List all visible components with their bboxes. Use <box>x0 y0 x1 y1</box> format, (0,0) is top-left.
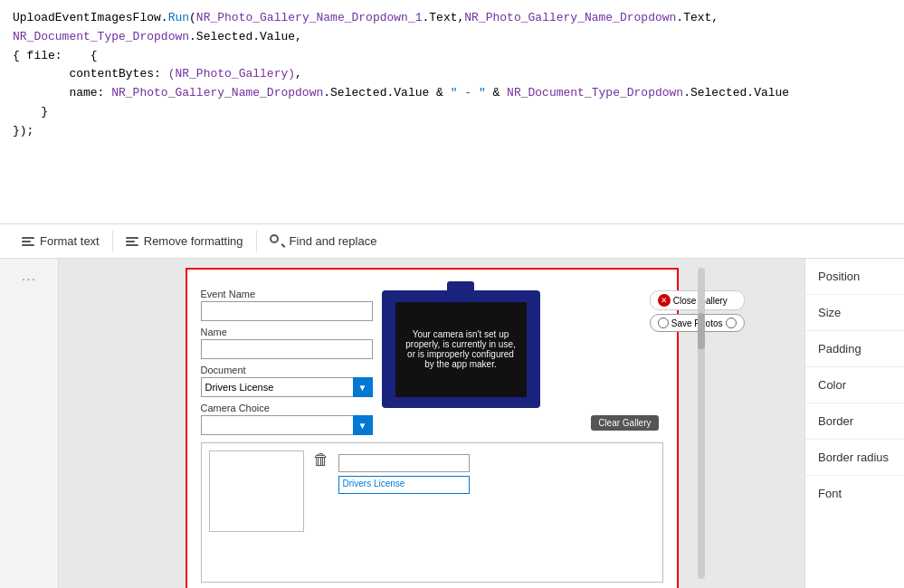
padding-label: Padding <box>818 342 861 356</box>
toolbar: Format text Remove formatting Find and r… <box>0 224 904 259</box>
gallery-text-input[interactable] <box>338 454 470 472</box>
camera-top-icon <box>447 281 474 294</box>
search-icon <box>270 234 284 249</box>
gallery-item <box>209 450 304 532</box>
close-icon: ✕ <box>658 294 671 307</box>
form-left: Event Name Name Document Drivers License… <box>201 283 373 435</box>
code-editor[interactable]: UploadEventImagesFlow.Run(NR_Photo_Galle… <box>0 0 904 224</box>
gallery-area: 🗑 Drivers License <box>201 442 663 583</box>
sidebar-dots: ... <box>22 268 36 284</box>
right-sidebar: Position Size Padding Color Border Borde… <box>804 259 904 588</box>
color-label: Color <box>818 378 846 392</box>
sidebar-item-font[interactable]: Font <box>805 476 904 511</box>
left-sidebar: ... <box>0 259 59 588</box>
gallery-thumbnail <box>209 450 304 532</box>
sidebar-item-position[interactable]: Position <box>805 259 904 295</box>
sidebar-item-padding[interactable]: Padding <box>805 331 904 367</box>
sidebar-item-border-radius[interactable]: Border radius <box>805 440 904 476</box>
event-name-input[interactable] <box>201 301 373 321</box>
find-replace-button[interactable]: Find and replace <box>257 231 390 252</box>
sidebar-item-size[interactable]: Size <box>805 295 904 331</box>
document-select-wrap: Drivers License ▼ <box>201 377 373 397</box>
size-label: Size <box>818 306 841 319</box>
code-line-1: UploadEventImagesFlow. <box>13 11 168 24</box>
camera-choice-wrap: ▼ <box>201 415 373 435</box>
event-name-label: Event Name <box>201 289 373 299</box>
sidebar-item-border[interactable]: Border <box>805 403 904 440</box>
camera-inner: Your camera isn't set up properly, is cu… <box>395 302 527 397</box>
name-label: Name <box>201 327 373 337</box>
gallery-label: Drivers License <box>338 476 470 494</box>
canvas-area[interactable]: Event Name Name Document Drivers License… <box>59 259 804 588</box>
border-label: Border <box>818 414 853 428</box>
camera-choice-select[interactable] <box>201 415 373 435</box>
radio-icon-2 <box>726 318 737 328</box>
camera-choice-arrow: ▼ <box>353 415 373 435</box>
form-right: ✕ Close Gallery Save Photos Y <box>382 283 663 435</box>
format-text-label: Format text <box>40 234 100 248</box>
clear-gallery-button[interactable]: Clear Gallery <box>591 415 658 431</box>
gallery-info: Drivers License <box>338 450 655 494</box>
remove-formatting-label: Remove formatting <box>144 234 243 248</box>
camera-message: Your camera isn't set up properly, is cu… <box>403 329 519 369</box>
font-label: Font <box>818 487 842 500</box>
format-text-icon <box>22 237 34 246</box>
form-section: Event Name Name Document Drivers License… <box>196 279 668 435</box>
border-radius-label: Border radius <box>818 450 889 464</box>
format-text-button[interactable]: Format text <box>9 231 113 251</box>
gallery-delete-button[interactable]: 🗑 <box>313 450 329 469</box>
remove-formatting-icon <box>126 237 138 246</box>
camera-choice-label: Camera Choice <box>201 403 373 413</box>
position-label: Position <box>818 270 860 283</box>
document-select-arrow: ▼ <box>353 377 373 397</box>
main-content: ... Event Name Name Document Drivers Lic… <box>0 259 904 588</box>
canvas-scrollbar[interactable] <box>698 268 705 579</box>
remove-formatting-button[interactable]: Remove formatting <box>113 231 257 251</box>
name-input[interactable] <box>201 339 373 359</box>
camera-box: Your camera isn't set up properly, is cu… <box>382 290 540 408</box>
radio-icon <box>658 318 669 328</box>
document-label: Document <box>201 365 373 375</box>
find-replace-label: Find and replace <box>290 234 377 248</box>
document-select[interactable]: Drivers License <box>201 377 373 397</box>
canvas-scrollbar-thumb <box>698 313 705 349</box>
sidebar-item-color[interactable]: Color <box>805 367 904 403</box>
app-preview: Event Name Name Document Drivers License… <box>186 268 679 588</box>
